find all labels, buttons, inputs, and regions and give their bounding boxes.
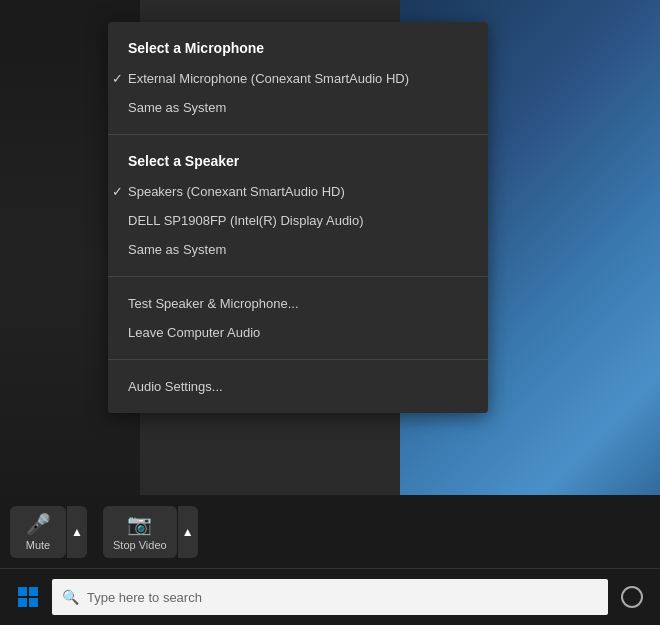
mute-btn-group: 🎤 Mute ▲ — [10, 506, 87, 558]
stop-video-btn-group: 📷 Stop Video ▲ — [103, 506, 198, 558]
check-icon-mic-0: ✓ — [112, 71, 123, 86]
speaker-item-2[interactable]: Same as System — [108, 235, 488, 264]
microphone-item-1[interactable]: Same as System — [108, 93, 488, 122]
cortana-circle-icon — [621, 586, 643, 608]
svg-rect-3 — [29, 598, 38, 607]
taskbar-search-bar[interactable]: 🔍 Type here to search — [52, 579, 608, 615]
leave-computer-audio-item[interactable]: Leave Computer Audio — [108, 318, 488, 347]
meeting-toolbar: 🎤 Mute ▲ 📷 Stop Video ▲ — [0, 495, 660, 568]
audio-settings-section: Audio Settings... — [108, 359, 488, 413]
taskbar-search-icon: 🔍 — [62, 589, 79, 605]
svg-rect-1 — [29, 587, 38, 596]
chevron-up-icon: ▲ — [71, 525, 83, 539]
microphone-section-title: Select a Microphone — [108, 34, 488, 64]
mute-button[interactable]: 🎤 Mute — [10, 506, 66, 558]
speaker-item-0[interactable]: ✓ Speakers (Conexant SmartAudio HD) — [108, 177, 488, 206]
svg-rect-2 — [18, 598, 27, 607]
audio-settings-item[interactable]: Audio Settings... — [108, 372, 488, 401]
svg-rect-0 — [18, 587, 27, 596]
mute-label: Mute — [26, 539, 50, 551]
taskbar-search-placeholder: Type here to search — [87, 590, 202, 605]
windows-start-button[interactable] — [8, 577, 48, 617]
audio-dropdown-menu: Select a Microphone ✓ External Microphon… — [108, 22, 488, 413]
test-speaker-mic-label: Test Speaker & Microphone... — [128, 296, 299, 311]
mute-chevron-button[interactable]: ▲ — [67, 506, 87, 558]
windows-taskbar: 🔍 Type here to search — [0, 568, 660, 625]
microphone-item-0-label: External Microphone (Conexant SmartAudio… — [128, 71, 409, 86]
video-chevron-button[interactable]: ▲ — [178, 506, 198, 558]
windows-logo-icon — [18, 587, 38, 607]
microphone-item-1-label: Same as System — [128, 100, 226, 115]
stop-video-label: Stop Video — [113, 539, 167, 551]
audio-actions-section: Test Speaker & Microphone... Leave Compu… — [108, 276, 488, 359]
camera-icon: 📷 — [127, 512, 152, 536]
microphone-icon: 🎤 — [26, 512, 51, 536]
speaker-item-1-label: DELL SP1908FP (Intel(R) Display Audio) — [128, 213, 364, 228]
speaker-section: Select a Speaker ✓ Speakers (Conexant Sm… — [108, 134, 488, 276]
microphone-section: Select a Microphone ✓ External Microphon… — [108, 22, 488, 134]
microphone-item-0[interactable]: ✓ External Microphone (Conexant SmartAud… — [108, 64, 488, 93]
leave-computer-audio-label: Leave Computer Audio — [128, 325, 260, 340]
check-icon-spk-0: ✓ — [112, 184, 123, 199]
speaker-item-0-label: Speakers (Conexant SmartAudio HD) — [128, 184, 345, 199]
stop-video-button[interactable]: 📷 Stop Video — [103, 506, 177, 558]
test-speaker-mic-item[interactable]: Test Speaker & Microphone... — [108, 289, 488, 318]
cortana-button[interactable] — [612, 577, 652, 617]
speaker-item-1[interactable]: DELL SP1908FP (Intel(R) Display Audio) — [108, 206, 488, 235]
speaker-section-title: Select a Speaker — [108, 147, 488, 177]
audio-settings-label: Audio Settings... — [128, 379, 223, 394]
chevron-up-icon-video: ▲ — [182, 525, 194, 539]
speaker-item-2-label: Same as System — [128, 242, 226, 257]
